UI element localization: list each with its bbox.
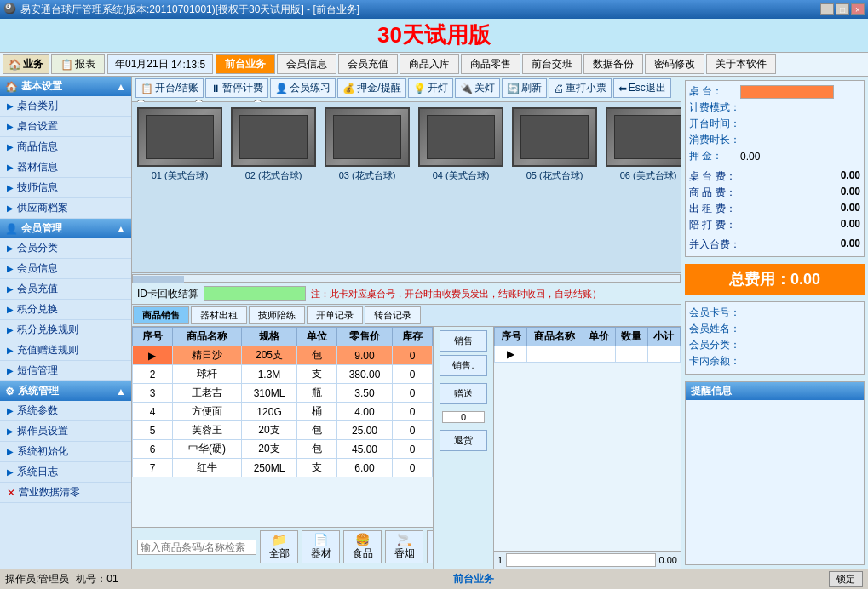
sidebar-item-sys-init[interactable]: ▶ 系统初始化 xyxy=(0,442,131,462)
cat-btn-equipment[interactable]: 📄 器材 xyxy=(302,530,340,563)
deposit-row: 押 金： 0.00 xyxy=(689,149,860,163)
nav-report-tab[interactable]: 📋 报表 xyxy=(51,54,105,74)
horizontal-scrollbar[interactable] xyxy=(132,272,681,283)
open-checkout-button[interactable]: 📋 开台/结账 xyxy=(135,78,204,98)
nav-tab-about[interactable]: 关于本软件 xyxy=(706,54,776,74)
member-practice-button[interactable]: 👤 会员练习 xyxy=(270,78,336,98)
product-tab-sales[interactable]: 商品销售 xyxy=(133,306,189,324)
sidebar-item-supplier-info[interactable]: ▶ 供应商档案 xyxy=(0,198,131,219)
cell-unit: 支 xyxy=(297,365,337,384)
sidebar-section-member[interactable]: 👤 会员管理 ▲ xyxy=(0,219,131,238)
sidebar-section-system[interactable]: ⚙ 系统管理 ▲ xyxy=(0,381,131,401)
id-card-row: ID卡回收结算 注：此卡对应桌台号，开台时由收费员发出，结账时收回，自动结账） xyxy=(132,283,681,305)
maximize-button[interactable]: □ xyxy=(836,3,849,15)
table-row[interactable]: 4 方便面 120G 桶 4.00 0 xyxy=(133,403,433,421)
sidebar-label-table-settings: 桌台设置 xyxy=(17,119,58,134)
table-row[interactable]: 3 王老吉 310ML 瓶 3.50 0 xyxy=(133,384,433,403)
sidebar-item-recharge-rules[interactable]: ▶ 充值赠送规则 xyxy=(0,340,131,361)
esc-button[interactable]: ⬅ Esc退出 xyxy=(613,78,671,98)
nav-tab-member-recharge[interactable]: 会员充值 xyxy=(338,54,398,74)
cat-label-equipment: 器材 xyxy=(311,546,331,561)
arrow-icon14: ▶ xyxy=(7,406,14,415)
sidebar-item-table-type[interactable]: ▶ 桌台类别 xyxy=(0,96,131,117)
pool-table-05[interactable]: 05 (花式台球) xyxy=(512,107,597,182)
id-card-input[interactable] xyxy=(204,286,306,301)
sidebar-item-equipment-info[interactable]: ▶ 器材信息 xyxy=(0,157,131,178)
product-tab-order[interactable]: 开单记录 xyxy=(307,306,363,324)
sidebar-item-member-category[interactable]: ▶ 会员分类 xyxy=(0,238,131,259)
search-input[interactable] xyxy=(137,540,256,555)
nav-tab-member-info[interactable]: 会员信息 xyxy=(277,54,336,74)
nav-tab-retail[interactable]: 商品零售 xyxy=(461,54,520,74)
x-icon: ✕ xyxy=(7,487,15,499)
pause-charge-button[interactable]: ⏸ 暂停计费 xyxy=(205,78,268,98)
product-tab-coach[interactable]: 技师陪练 xyxy=(249,306,305,324)
product-tab-equipment[interactable]: 器材出租 xyxy=(191,306,247,324)
scrollbar-thumb[interactable] xyxy=(133,276,184,283)
pool-table-02[interactable]: 02 (花式台球) xyxy=(231,107,316,182)
table-row[interactable]: 7 红牛 250ML 支 6.00 0 xyxy=(133,459,433,477)
table-row[interactable]: 5 芙蓉王 20支 包 25.00 0 xyxy=(133,421,433,440)
gift-button[interactable]: 赠送 xyxy=(440,383,487,404)
sidebar-item-sms[interactable]: ▶ 短信管理 xyxy=(0,361,131,381)
reprint-button[interactable]: 🖨 重打小票 xyxy=(549,78,612,98)
light-on-button[interactable]: 💡 开灯 xyxy=(408,78,453,98)
sidebar-item-coach-info[interactable]: ▶ 技师信息 xyxy=(0,178,131,198)
nav-tab-stock-in[interactable]: 商品入库 xyxy=(400,54,459,74)
sidebar-label-sms: 短信管理 xyxy=(17,363,58,378)
basic-settings-icon: 🏠 xyxy=(5,81,18,93)
deposit-remind-button[interactable]: 💰 押金/提醒 xyxy=(337,78,405,98)
refresh-button[interactable]: 🔄 刷新 xyxy=(502,78,547,98)
sale-dot-button[interactable]: 销售. xyxy=(440,355,487,376)
nav-tab-backup[interactable]: 数据备份 xyxy=(583,54,643,74)
pool-table-04[interactable]: 04 (美式台球) xyxy=(418,107,503,182)
sidebar-item-data-reset[interactable]: ✕ 营业数据清零 xyxy=(0,483,131,503)
operator-label: 操作员:管理员 xyxy=(5,572,69,586)
pool-table-06[interactable]: 06 (美式台球) xyxy=(606,107,681,182)
nav-tab-shift[interactable]: 前台交班 xyxy=(522,54,582,74)
cat-btn-drink[interactable]: 🥤 饮料 xyxy=(427,530,434,563)
nav-tab-front-desk[interactable]: 前台业务 xyxy=(216,54,275,74)
sales-right-panel: 序号 商品名称 单价 数量 小计 ▶ xyxy=(493,327,681,569)
system-management-label: 系统管理 xyxy=(18,384,116,398)
sidebar-item-operator-settings[interactable]: ▶ 操作员设置 xyxy=(0,421,131,442)
table-display-area: 01 (美式台球) 02 (花式台球) 03 (花式台球) 04 (美式台球) xyxy=(132,102,681,272)
table-row[interactable]: 2 球杆 1.3M 支 380.00 0 xyxy=(133,365,433,384)
member-type-label: 会员分类： xyxy=(689,338,740,352)
table-row[interactable]: ▶ 精日沙 205支 包 9.00 0 xyxy=(133,346,433,365)
pool-table-01[interactable]: 01 (美式台球) xyxy=(137,107,222,182)
sidebar-item-points-rules[interactable]: ▶ 积分兑换规则 xyxy=(0,320,131,340)
table-image-02 xyxy=(231,107,316,167)
sale-button[interactable]: 销售 xyxy=(440,330,487,352)
sidebar-item-member-recharge[interactable]: ▶ 会员充值 xyxy=(0,279,131,300)
business-tab[interactable]: 业务 xyxy=(23,57,43,71)
sidebar-item-member-info[interactable]: ▶ 会员信息 xyxy=(0,259,131,279)
sidebar-item-points-exchange[interactable]: ▶ 积分兑换 xyxy=(0,300,131,320)
product-tab-transfer[interactable]: 转台记录 xyxy=(365,306,421,324)
cat-btn-cigarette[interactable]: 🚬 香烟 xyxy=(385,530,423,563)
sidebar-item-sys-log[interactable]: ▶ 系统日志 xyxy=(0,462,131,483)
close-button[interactable]: × xyxy=(851,3,865,15)
reprint-label: 重打小票 xyxy=(566,81,606,95)
nav-home-icon[interactable]: 🏠 业务 xyxy=(3,54,49,74)
sidebar-item-goods-info[interactable]: ▶ 商品信息 xyxy=(0,137,131,157)
sidebar-item-sys-params[interactable]: ▶ 系统参数 xyxy=(0,401,131,421)
cat-btn-food[interactable]: 🍔 食品 xyxy=(343,530,382,563)
lock-button[interactable]: 锁定 xyxy=(829,571,863,587)
return-button[interactable]: 退货 xyxy=(440,430,487,451)
cat-btn-all[interactable]: 📁 全部 xyxy=(260,530,298,563)
sidebar-item-table-settings[interactable]: ▶ 桌台设置 xyxy=(0,117,131,137)
minimize-button[interactable]: _ xyxy=(820,3,834,15)
cell-seq: 4 xyxy=(133,403,173,421)
arrow-icon15: ▶ xyxy=(7,426,14,436)
member-name-label: 会员姓名： xyxy=(689,322,740,336)
merge-value: 0.00 xyxy=(841,237,860,252)
nav-tab-password[interactable]: 密码修改 xyxy=(645,54,704,74)
sidebar-section-basic[interactable]: 🏠 基本设置 ▲ xyxy=(0,77,131,96)
qty-input[interactable] xyxy=(443,412,484,422)
table-name-input[interactable] xyxy=(740,85,834,99)
pool-table-03[interactable]: 03 (花式台球) xyxy=(325,107,410,182)
light-off-button[interactable]: 🔌 关灯 xyxy=(455,78,500,98)
window-controls[interactable]: _ □ × xyxy=(820,3,865,15)
table-row[interactable]: 6 中华(硬) 20支 包 45.00 0 xyxy=(133,440,433,459)
